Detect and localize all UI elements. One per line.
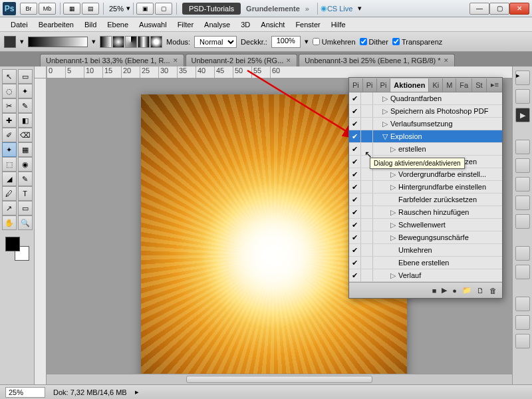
action-row[interactable]: ✔▷Verlauf — [349, 269, 502, 282]
tool-button[interactable]: ◌ — [2, 84, 17, 98]
status-menu-icon[interactable]: ▸ — [135, 388, 139, 396]
action-toggle-checkbox[interactable]: ✔ — [349, 219, 361, 231]
tool-button[interactable]: ◧ — [18, 113, 33, 128]
doc-tab-1[interactable]: Unbenannt-1 bei 33,3% (Ebene 1, R...✕ — [40, 54, 184, 66]
tool-button[interactable]: ✦ — [18, 84, 33, 98]
info-panel-icon[interactable] — [515, 140, 530, 154]
action-dialog-toggle[interactable] — [361, 231, 373, 243]
disclosure-icon[interactable]: ▷ — [381, 107, 389, 116]
tool-button[interactable]: ▭ — [18, 201, 33, 215]
adjustments-panel-icon[interactable] — [515, 246, 530, 261]
tool-button[interactable]: ▭ — [18, 69, 33, 84]
gradient-diamond-icon[interactable] — [150, 36, 162, 48]
action-toggle-checkbox[interactable]: ✔ — [349, 118, 361, 130]
close-icon[interactable]: ✕ — [173, 57, 178, 64]
tool-button[interactable]: ✎ — [18, 98, 33, 113]
actions-panel-icon[interactable]: ▶ — [515, 108, 530, 122]
action-row[interactable]: ✔▷Quadrantfarben — [349, 92, 502, 105]
close-button[interactable]: ✕ — [509, 3, 529, 15]
action-row[interactable]: ✔▷Bewegungsunschärfe — [349, 231, 502, 244]
workspace-label[interactable]: Grundelemente — [246, 5, 300, 13]
swatches-panel-icon[interactable] — [515, 196, 530, 210]
arrange-button[interactable]: ▣ — [136, 3, 154, 15]
menu-ebene[interactable]: Ebene — [102, 19, 134, 31]
dither-checkbox[interactable]: Dither — [360, 38, 388, 46]
modus-select[interactable]: Normal — [194, 36, 237, 48]
tool-button[interactable]: ◢ — [2, 172, 17, 186]
action-dialog-toggle[interactable] — [361, 206, 373, 218]
minibridge-panel-icon[interactable] — [515, 158, 530, 173]
tool-preset-icon[interactable] — [4, 36, 16, 48]
color-panel-icon[interactable] — [515, 177, 530, 192]
action-row[interactable]: ✔▷Schwellenwert — [349, 219, 502, 231]
umkehren-checkbox[interactable]: Umkehren — [313, 38, 356, 46]
color-swatches[interactable] — [5, 237, 29, 261]
panel-tab[interactable]: St — [472, 78, 486, 92]
close-icon[interactable]: ✕ — [286, 57, 291, 64]
action-toggle-checkbox[interactable]: ✔ — [349, 231, 361, 243]
action-dialog-toggle[interactable] — [361, 244, 373, 256]
disclosure-icon[interactable]: ▽ — [381, 132, 389, 141]
tool-button[interactable]: ✋ — [2, 215, 17, 230]
action-dialog-toggle[interactable] — [361, 168, 373, 180]
action-toggle-checkbox[interactable]: ✔ — [349, 181, 361, 193]
disclosure-icon[interactable]: ▷ — [389, 145, 397, 154]
action-dialog-toggle[interactable] — [361, 181, 373, 193]
action-toggle-checkbox[interactable]: ✔ — [349, 206, 361, 218]
layers-panel-icon[interactable] — [515, 297, 530, 311]
panel-tab[interactable]: Ki — [429, 78, 443, 92]
opacity-input[interactable]: 100% — [271, 36, 301, 48]
record-icon[interactable]: ● — [452, 287, 457, 295]
play-icon[interactable]: ▶ — [442, 286, 447, 295]
action-dialog-toggle[interactable] — [361, 130, 373, 142]
tool-button[interactable]: ✎ — [18, 172, 33, 186]
transparenz-checkbox[interactable]: Transparenz — [392, 38, 442, 46]
close-icon[interactable]: ✕ — [444, 57, 449, 64]
tool-button[interactable]: T — [18, 186, 33, 201]
menu-ansicht[interactable]: Ansicht — [255, 19, 290, 31]
action-dialog-toggle[interactable] — [361, 92, 373, 104]
history-panel-icon[interactable] — [515, 89, 530, 104]
action-dialog-toggle[interactable] — [361, 219, 373, 231]
zoom-level-label[interactable]: 25% — [106, 5, 126, 13]
action-dialog-toggle[interactable] — [361, 269, 373, 281]
channels-panel-icon[interactable] — [515, 315, 530, 330]
tool-button[interactable]: 🔍 — [18, 215, 33, 230]
action-row[interactable]: ✔▷Speichern als Photoshop PDF — [349, 105, 502, 118]
action-row[interactable]: ✔▷Vordergrundfarbe einstell... — [349, 168, 502, 181]
disclosure-icon[interactable]: ▷ — [381, 120, 389, 128]
action-dialog-toggle[interactable] — [361, 118, 373, 130]
action-toggle-checkbox[interactable]: ✔ — [349, 269, 361, 281]
tool-button[interactable]: ⬚ — [2, 157, 17, 172]
gradient-preview[interactable] — [28, 37, 88, 47]
doc-tab-2[interactable]: Unbenannt-2 bei 25% (RG...✕ — [186, 54, 298, 66]
action-toggle-checkbox[interactable]: ✔ — [349, 168, 361, 180]
gradient-linear-icon[interactable] — [100, 36, 112, 48]
tool-button[interactable]: ✐ — [2, 128, 17, 142]
menu-3d[interactable]: 3D — [235, 19, 255, 31]
action-toggle-checkbox[interactable]: ✔ — [349, 156, 361, 168]
action-toggle-checkbox[interactable]: ✔ — [349, 143, 361, 155]
gradient-reflected-icon[interactable] — [138, 36, 150, 48]
action-toggle-checkbox[interactable]: ✔ — [349, 92, 361, 104]
status-zoom-input[interactable]: 25% — [5, 387, 45, 398]
action-row[interactable]: ✔▷Verlaufsumsetzung — [349, 118, 502, 130]
action-dialog-toggle[interactable] — [361, 194, 373, 205]
action-toggle-checkbox[interactable]: ✔ — [349, 130, 361, 142]
tool-button[interactable]: ↗ — [2, 201, 17, 215]
panel-tab-aktionen[interactable]: Aktionen — [390, 78, 429, 92]
menu-hilfe[interactable]: Hilfe — [326, 19, 351, 31]
action-row[interactable]: ✔▷Rauschen hinzufügen — [349, 206, 502, 219]
action-toggle-checkbox[interactable]: ✔ — [349, 105, 361, 117]
view-guides-button[interactable]: ▤ — [82, 3, 99, 15]
doc-tab-3[interactable]: Unbenannt-3 bei 25% (Ebene 1, RGB/8) *✕ — [299, 54, 454, 66]
panel-tab[interactable]: Pi — [349, 78, 363, 92]
disclosure-icon[interactable]: ▷ — [381, 94, 389, 103]
action-row[interactable]: ✔▷Hintergrundfarbe einstellen — [349, 181, 502, 194]
stop-icon[interactable]: ■ — [432, 287, 437, 295]
menu-filter[interactable]: Filter — [172, 19, 199, 31]
action-toggle-checkbox[interactable]: ✔ — [349, 244, 361, 256]
panel-tab[interactable]: Pi — [363, 78, 377, 92]
screenmode-button[interactable]: ▢ — [155, 3, 172, 15]
cslive-button[interactable]: CS Live — [327, 5, 353, 13]
